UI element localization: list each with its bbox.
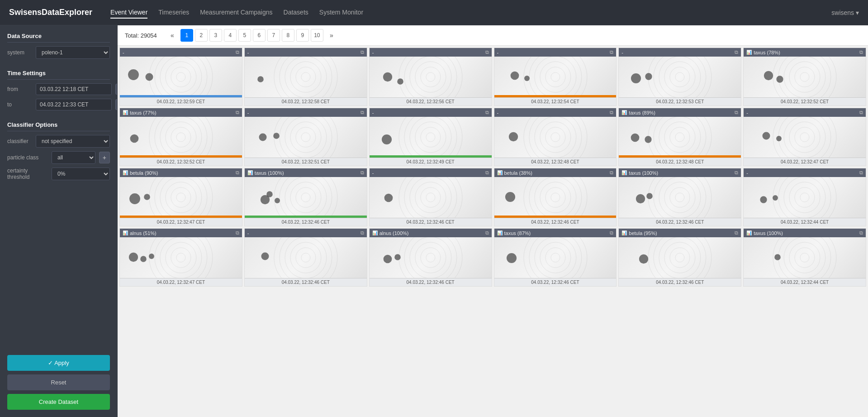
cell-timestamp: 04.03.22, 12:32:46 CET — [619, 218, 741, 226]
cell-image[interactable] — [370, 177, 492, 218]
nav-event-viewer[interactable]: Event Viewer — [110, 7, 147, 19]
cell-image[interactable] — [494, 57, 617, 97]
pagination-page-5[interactable]: 5 — [238, 29, 251, 42]
from-input[interactable] — [36, 83, 112, 95]
nav-system-monitor[interactable]: System Monitor — [319, 7, 363, 19]
pagination-next[interactable]: » — [325, 29, 338, 42]
cell-image[interactable] — [120, 237, 242, 278]
open-cell-button[interactable]: ⧉ — [236, 49, 239, 55]
svg-point-162 — [394, 254, 401, 260]
cell-image[interactable] — [619, 177, 741, 218]
nav-datasets[interactable]: Datasets — [284, 7, 308, 19]
cell-image[interactable] — [619, 237, 741, 278]
open-cell-button[interactable]: ⧉ — [360, 230, 364, 236]
cell-label: - — [621, 50, 623, 55]
open-cell-button[interactable]: ⧉ — [610, 230, 613, 236]
svg-point-88 — [778, 117, 831, 158]
certainty-threshold-select[interactable]: 0% 10% 20% 50% 75% — [52, 168, 110, 180]
grid-cell: 📊betula (90%)⧉04.03.22, 12:32:47 CET — [119, 168, 242, 226]
open-cell-button[interactable]: ⧉ — [485, 170, 489, 176]
cell-label: betula (95%) — [629, 230, 657, 236]
open-cell-button[interactable]: ⧉ — [859, 230, 863, 236]
cell-image[interactable] — [245, 57, 367, 97]
cell-image[interactable] — [120, 177, 242, 218]
open-cell-button[interactable]: ⧉ — [485, 110, 489, 115]
open-cell-button[interactable]: ⧉ — [360, 110, 364, 115]
svg-point-31 — [675, 72, 684, 81]
reset-button[interactable]: Reset — [7, 374, 110, 390]
open-cell-button[interactable]: ⧉ — [859, 110, 863, 115]
cell-image[interactable] — [494, 237, 617, 278]
cell-image[interactable] — [370, 117, 492, 158]
pagination-page-10[interactable]: 10 — [311, 29, 323, 42]
svg-point-183 — [774, 254, 781, 260]
add-particle-class-button[interactable]: + — [99, 152, 110, 163]
open-cell-button[interactable]: ⧉ — [236, 110, 239, 115]
cell-color-bar — [120, 155, 242, 158]
cell-image[interactable] — [494, 177, 617, 218]
pagination-prev[interactable]: « — [166, 29, 179, 42]
pagination-page-6[interactable]: 6 — [253, 29, 266, 42]
svg-point-170 — [675, 253, 684, 262]
open-cell-button[interactable]: ⧉ — [735, 110, 738, 115]
cell-image[interactable] — [619, 117, 741, 158]
cell-image[interactable] — [619, 57, 741, 97]
cell-timestamp: 04.03.22, 12:32:46 CET — [619, 278, 741, 286]
open-cell-button[interactable]: ⧉ — [360, 49, 364, 55]
open-cell-button[interactable]: ⧉ — [236, 170, 239, 176]
pagination-page-4[interactable]: 4 — [224, 29, 237, 42]
cell-image[interactable] — [744, 177, 866, 218]
svg-point-151 — [285, 237, 327, 278]
cell-image[interactable] — [120, 57, 242, 97]
cell-image[interactable] — [494, 117, 617, 158]
nav-user[interactable]: swisens ▾ — [831, 9, 859, 16]
chart-icon: 📊 — [123, 230, 128, 235]
open-cell-button[interactable]: ⧉ — [610, 170, 613, 176]
svg-point-14 — [257, 76, 264, 82]
open-cell-button[interactable]: ⧉ — [859, 49, 863, 55]
pagination-page-2[interactable]: 2 — [195, 29, 208, 42]
pagination-page-9[interactable]: 9 — [296, 29, 309, 42]
svg-point-43 — [778, 57, 831, 97]
apply-button[interactable]: ✓ Apply — [7, 355, 110, 371]
cell-label: - — [497, 110, 499, 115]
pagination-page-3[interactable]: 3 — [209, 29, 222, 42]
open-cell-button[interactable]: ⧉ — [735, 49, 738, 55]
open-cell-button[interactable]: ⧉ — [236, 230, 239, 236]
open-cell-button[interactable]: ⧉ — [859, 170, 863, 176]
pagination-page-8[interactable]: 8 — [282, 29, 294, 42]
cell-image[interactable] — [245, 177, 367, 218]
svg-point-147 — [149, 254, 154, 259]
pagination-page-7[interactable]: 7 — [267, 29, 280, 42]
cell-image[interactable] — [120, 117, 242, 158]
cell-image[interactable] — [370, 237, 492, 278]
svg-point-161 — [383, 255, 392, 264]
classifier-select[interactable]: not specified — [36, 135, 110, 148]
cell-image[interactable] — [744, 117, 866, 158]
cell-timestamp: 04.03.22, 12:32:53 CET — [619, 97, 741, 105]
grid-cell: 📊taxus (100%)⧉04.03.22, 12:32:46 CET — [618, 168, 741, 226]
nav-measurement-campaigns[interactable]: Measurement Campaigns — [200, 7, 272, 19]
open-cell-button[interactable]: ⧉ — [610, 110, 613, 115]
svg-point-1 — [171, 67, 191, 87]
open-cell-button[interactable]: ⧉ — [485, 49, 489, 55]
open-cell-button[interactable]: ⧉ — [735, 230, 738, 236]
svg-point-72 — [534, 117, 576, 158]
system-select[interactable]: poleno-1 — [36, 46, 110, 59]
open-cell-button[interactable]: ⧉ — [610, 49, 613, 55]
cell-header: -⧉ — [370, 168, 492, 177]
nav-timeseries[interactable]: Timeseries — [158, 7, 189, 19]
open-cell-button[interactable]: ⧉ — [360, 170, 364, 176]
pagination-page-1[interactable]: 1 — [180, 29, 193, 42]
cell-image[interactable] — [744, 237, 866, 278]
cell-image[interactable] — [370, 57, 492, 97]
cell-image[interactable] — [744, 57, 866, 97]
svg-point-122 — [505, 192, 515, 202]
open-cell-button[interactable]: ⧉ — [735, 170, 738, 176]
create-dataset-button[interactable]: Create Dataset — [7, 394, 110, 410]
cell-image[interactable] — [245, 117, 367, 158]
particle-class-select[interactable]: all — [52, 151, 95, 164]
to-input[interactable] — [36, 99, 112, 110]
cell-image[interactable] — [245, 237, 367, 278]
open-cell-button[interactable]: ⧉ — [485, 230, 489, 236]
